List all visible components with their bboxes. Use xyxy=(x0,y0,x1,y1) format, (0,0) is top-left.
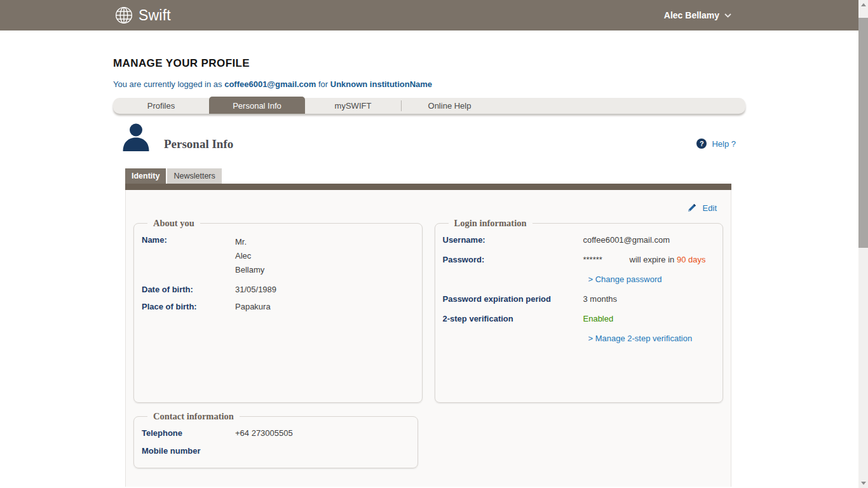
username-value: coffee6001@gmail.com xyxy=(583,235,670,245)
place-of-birth-row: Place of birth: Papakura xyxy=(142,302,414,311)
about-you-box: About you Name: Mr. Alec Bellamy Date of… xyxy=(133,218,423,403)
scrollbar-thumb[interactable] xyxy=(858,18,868,248)
app-header: Swift Alec Bellamy xyxy=(0,0,868,30)
password-expiry-days: 90 days xyxy=(677,255,706,264)
identity-panel: Edit About you Name: Mr. Alec Bellamy Da… xyxy=(125,190,731,487)
twostep-row: 2-step verification Enabled xyxy=(443,314,715,323)
telephone-label: Telephone xyxy=(142,428,235,438)
twostep-label: 2-step verification xyxy=(443,314,583,323)
name-value: Mr. Alec Bellamy xyxy=(235,235,264,277)
mobile-label: Mobile number xyxy=(142,446,235,456)
password-expiry: will expire in 90 days xyxy=(630,255,706,264)
help-question-icon: ? xyxy=(696,139,707,149)
scroll-up-arrow-icon[interactable] xyxy=(858,0,868,10)
panel-top-bar xyxy=(125,184,731,190)
main-content: MANAGE YOUR PROFILE You are currently lo… xyxy=(113,57,745,487)
username-row: Username: coffee6001@gmail.com xyxy=(443,235,715,245)
info-boxes: About you Name: Mr. Alec Bellamy Date of… xyxy=(133,218,723,403)
scroll-down-arrow-icon[interactable] xyxy=(858,478,868,488)
password-masked: ****** xyxy=(583,255,630,264)
section-title: Personal Info xyxy=(164,137,233,151)
brand-name: Swift xyxy=(139,7,171,24)
vertical-scrollbar[interactable] xyxy=(858,0,868,488)
user-menu-label: Alec Bellamy xyxy=(664,10,719,20)
tab-personal-info[interactable]: Personal Info xyxy=(209,97,305,114)
login-status-connector: for xyxy=(318,79,328,89)
user-menu[interactable]: Alec Bellamy xyxy=(664,10,731,20)
chevron-down-icon xyxy=(724,13,731,18)
manage-twostep-link[interactable]: > Manage 2-step verification xyxy=(588,334,715,343)
date-of-birth-row: Date of birth: 31/05/1989 xyxy=(142,285,414,294)
globe-icon xyxy=(114,6,133,25)
edit-button[interactable]: Edit xyxy=(133,190,723,214)
contact-information-box: Contact information Telephone +64 273005… xyxy=(133,411,418,468)
login-information-box: Login information Username: coffee6001@g… xyxy=(435,218,724,403)
person-icon xyxy=(121,122,151,152)
contact-information-legend: Contact information xyxy=(147,411,240,422)
subtab-newsletters[interactable]: Newsletters xyxy=(167,168,221,184)
section-head: Personal Info ? Help ? xyxy=(113,122,745,152)
pencil-icon xyxy=(687,203,697,213)
edit-label: Edit xyxy=(703,203,717,213)
expiration-period-value: 3 months xyxy=(583,294,617,304)
expiration-period-label: Password expiration period xyxy=(443,294,583,304)
sub-tabs: Identity Newsletters xyxy=(125,168,745,184)
subtab-identity[interactable]: Identity xyxy=(125,168,166,184)
mobile-row: Mobile number xyxy=(142,446,410,456)
name-row: Name: Mr. Alec Bellamy xyxy=(142,235,414,277)
date-of-birth-value: 31/05/1989 xyxy=(235,285,276,294)
telephone-value: +64 273005505 xyxy=(235,428,293,438)
change-password-link[interactable]: > Change password xyxy=(588,274,715,284)
login-status-institution: Unknown institutionName xyxy=(330,79,432,89)
username-label: Username: xyxy=(443,235,583,245)
expiration-period-row: Password expiration period 3 months xyxy=(443,294,715,304)
login-status-email: coffee6001@gmail.com xyxy=(224,79,316,89)
login-status: You are currently logged in as coffee600… xyxy=(113,79,745,89)
login-information-legend: Login information xyxy=(449,218,532,229)
tab-profiles[interactable]: Profiles xyxy=(113,98,209,114)
password-label: Password: xyxy=(443,255,583,264)
place-of-birth-value: Papakura xyxy=(235,302,271,311)
help-label: Help ? xyxy=(712,139,736,149)
about-you-legend: About you xyxy=(147,218,200,229)
password-value: ****** will expire in 90 days xyxy=(583,255,706,264)
name-label: Name: xyxy=(142,235,235,277)
password-row: Password: ****** will expire in 90 days xyxy=(443,255,715,264)
brand-logo: Swift xyxy=(114,6,171,25)
page-title: MANAGE YOUR PROFILE xyxy=(113,57,745,70)
tab-myswift[interactable]: mySWIFT xyxy=(305,98,401,114)
telephone-row: Telephone +64 273005505 xyxy=(142,428,410,438)
place-of-birth-label: Place of birth: xyxy=(142,302,235,311)
login-status-prefix: You are currently logged in as xyxy=(113,79,222,89)
date-of-birth-label: Date of birth: xyxy=(142,285,235,294)
nav-tabbar: Profiles Personal Info mySWIFT Online He… xyxy=(113,98,745,114)
twostep-value: Enabled xyxy=(583,314,614,323)
tab-online-help[interactable]: Online Help xyxy=(402,98,498,114)
help-link[interactable]: ? Help ? xyxy=(696,139,736,149)
